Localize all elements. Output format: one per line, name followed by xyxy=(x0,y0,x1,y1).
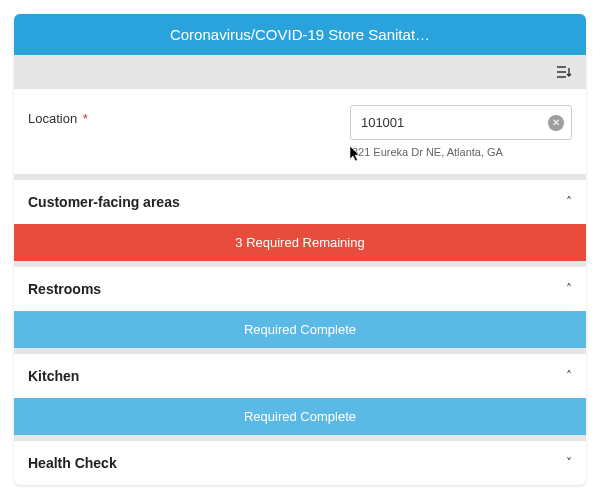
location-address: 321 Eureka Dr NE, Atlanta, GA xyxy=(350,146,503,158)
form-card: Coronavirus/COVID-19 Store Sanitat… Loca… xyxy=(14,14,586,485)
section-title: Restrooms xyxy=(28,281,101,297)
chevron-up-icon[interactable]: ˄ xyxy=(566,369,572,383)
section-status-bar: 3 Required Remaining xyxy=(14,224,586,261)
section-header[interactable]: Customer-facing areas˄ xyxy=(14,180,586,224)
section-title: Health Check xyxy=(28,455,117,471)
chevron-up-icon[interactable]: ˄ xyxy=(566,195,572,209)
section-title: Customer-facing areas xyxy=(28,194,180,210)
location-label: Location * xyxy=(28,105,88,126)
page-title: Coronavirus/COVID-19 Store Sanitat… xyxy=(14,14,586,55)
section-status-bar: Required Complete xyxy=(14,311,586,348)
chevron-up-icon[interactable]: ˄ xyxy=(566,282,572,296)
location-input-wrap: ✕ xyxy=(350,105,572,140)
section-status-bar: Required Complete xyxy=(14,398,586,435)
section-header[interactable]: Health Check˅ xyxy=(14,441,586,485)
list-sort-icon[interactable] xyxy=(556,65,574,79)
section-title: Kitchen xyxy=(28,368,79,384)
required-marker: * xyxy=(83,111,88,126)
section-header[interactable]: Kitchen˄ xyxy=(14,354,586,398)
chevron-down-icon[interactable]: ˅ xyxy=(566,456,572,470)
location-label-text: Location xyxy=(28,111,77,126)
toolbar xyxy=(14,55,586,89)
location-panel: Location * ✕ 321 Eureka Dr NE, Atlanta, … xyxy=(14,89,586,174)
section-header[interactable]: Restrooms˄ xyxy=(14,267,586,311)
location-input[interactable] xyxy=(350,105,572,140)
clear-icon[interactable]: ✕ xyxy=(548,115,564,131)
location-field-group: ✕ 321 Eureka Dr NE, Atlanta, GA xyxy=(350,105,572,158)
